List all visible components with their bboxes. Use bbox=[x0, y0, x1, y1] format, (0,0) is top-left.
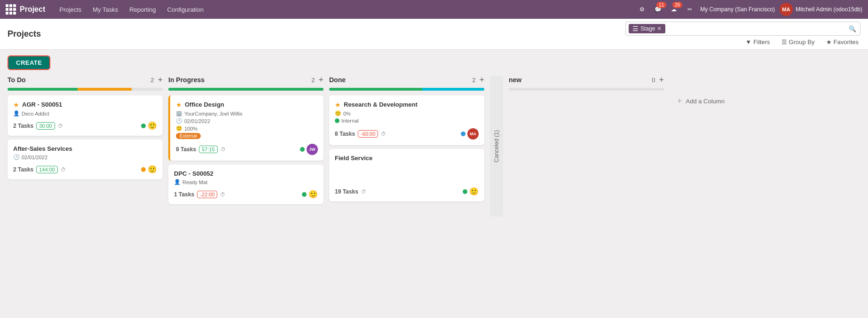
search-right: ☰ Stage ✕ 🔍 ▼ Filters ☰ Group By ★ Favor… bbox=[625, 22, 860, 47]
time-badge-dpc: -22:00 bbox=[197, 191, 217, 198]
user-info[interactable]: MA Mitchell Admin (odoo15db) bbox=[780, 3, 862, 16]
progress-todo bbox=[8, 88, 163, 91]
grid-icon[interactable] bbox=[6, 4, 16, 15]
search-button[interactable]: 🔍 bbox=[845, 23, 860, 34]
topnav-right: ⚙ 💬 11 ☁ 26 ✂ My Company (San Francisco)… bbox=[636, 3, 862, 16]
card-meta-pct-research: 🙂 0% bbox=[335, 110, 479, 116]
create-button[interactable]: CREATE bbox=[8, 56, 49, 69]
card-title-research: Research & Development bbox=[344, 101, 479, 108]
card-dpc[interactable]: DPC - S00052 👤 Ready Mat 1 Tasks -22:00 … bbox=[168, 164, 324, 204]
col-add-inprogress[interactable]: + bbox=[318, 76, 324, 84]
search-area: Projects ☰ Stage ✕ 🔍 ▼ Filters ☰ Group B… bbox=[0, 19, 868, 50]
card-footer-od: 9 Tasks 57:15 ⏱ JW bbox=[176, 144, 318, 155]
card-footer-fieldservice: 19 Tasks ⏱ 🙂 bbox=[335, 187, 479, 196]
card-meta-person-dpc: 👤 Ready Mat bbox=[174, 179, 318, 185]
tasks-agr: 2 Tasks bbox=[13, 123, 33, 129]
create-button-wrapper: CREATE bbox=[8, 55, 50, 70]
card-fieldservice[interactable]: Field Service 19 Tasks ⏱ 🙂 bbox=[329, 149, 484, 202]
status-dot-dpc bbox=[302, 192, 307, 197]
star-agr[interactable]: ★ bbox=[13, 101, 19, 109]
col-add-todo[interactable]: + bbox=[158, 76, 163, 84]
user-avatar: MA bbox=[780, 3, 793, 16]
col-count-todo: 2 bbox=[150, 77, 154, 84]
card-aftersales[interactable]: After-Sales Services 🕐 02/01/2022 2 Task… bbox=[8, 140, 163, 179]
card-footer-research: 8 Tasks -60:00 ⏱ MA bbox=[335, 128, 479, 140]
progress-seg-ip bbox=[168, 88, 324, 91]
card-meta-date-od: 🕐 02/01/2022 bbox=[176, 118, 318, 124]
nav-projects[interactable]: Projects bbox=[55, 3, 86, 16]
nav-reporting[interactable]: Reporting bbox=[125, 3, 160, 16]
tasks-dpc: 1 Tasks bbox=[174, 191, 194, 198]
tasks-od: 9 Tasks bbox=[176, 146, 196, 153]
status-dot-aftersales bbox=[141, 167, 146, 172]
favorites-button[interactable]: ★ Favorites bbox=[824, 38, 860, 47]
app-name: Project bbox=[20, 5, 45, 14]
card-meta-pct-od: 🙂 100% bbox=[176, 125, 318, 132]
smiley-fieldservice[interactable]: 🙂 bbox=[469, 187, 479, 196]
col-count-new: 0 bbox=[652, 77, 655, 84]
col-title-todo: To Do bbox=[8, 76, 26, 84]
groupby-button[interactable]: ☰ Group By bbox=[780, 38, 817, 47]
tasks-research: 8 Tasks bbox=[335, 131, 355, 137]
status-dot-od bbox=[300, 147, 305, 152]
col-count-inprogress: 2 bbox=[311, 77, 315, 84]
card-agr[interactable]: ★ AGR - S00051 👤 Deco Addict 2 Tasks 30:… bbox=[8, 95, 163, 136]
card-officedesign[interactable]: ★ Office Design 🏢 YourCompany, Joel Will… bbox=[168, 95, 324, 161]
favorites-label: Favorites bbox=[834, 39, 859, 46]
add-column-label: Add a Column bbox=[686, 98, 725, 105]
clock-icon-fieldservice: ⏱ bbox=[361, 189, 366, 194]
company-name: My Company (San Francisco) bbox=[700, 6, 775, 13]
add-column-button[interactable]: + Add a Column bbox=[670, 93, 732, 110]
tasks-fieldservice: 19 Tasks bbox=[335, 188, 358, 195]
smiley-aftersales[interactable]: 🙂 bbox=[148, 165, 157, 174]
activity-icon[interactable]: ☁ 26 bbox=[668, 4, 679, 15]
filters-button[interactable]: ▼ Filters bbox=[743, 38, 772, 47]
time-badge-aftersales: 144:00 bbox=[36, 166, 58, 173]
card-title-agr: AGR - S00051 bbox=[22, 101, 157, 108]
progress-seg-done2 bbox=[422, 88, 484, 91]
card-research[interactable]: ★ Research & Development 🙂 0% Internal 8… bbox=[329, 95, 484, 145]
card-title-fieldservice: Field Service bbox=[335, 155, 479, 162]
card-meta-person-agr: 👤 Deco Addict bbox=[13, 110, 157, 116]
time-badge-agr: 30:00 bbox=[36, 122, 55, 130]
chat-icon[interactable]: 💬 11 bbox=[652, 4, 663, 15]
col-add-done[interactable]: + bbox=[479, 76, 484, 84]
clock-icon-dpc: ⏱ bbox=[220, 192, 225, 197]
user-name: Mitchell Admin (odoo15db) bbox=[796, 6, 862, 13]
col-title-inprogress: In Progress bbox=[168, 76, 205, 84]
column-new: new 0 + bbox=[509, 76, 664, 95]
groupby-icon: ☰ bbox=[781, 39, 787, 46]
progress-seg-2 bbox=[78, 88, 132, 91]
status-dot-research bbox=[461, 132, 466, 136]
card-title-aftersales: After-Sales Services bbox=[13, 145, 157, 152]
smiley-dpc[interactable]: 🙂 bbox=[308, 190, 318, 199]
app-brand[interactable]: Project bbox=[6, 4, 45, 15]
time-badge-research: -60:00 bbox=[358, 130, 378, 138]
star-officedesign[interactable]: ★ bbox=[176, 101, 182, 109]
col-title-done: Done bbox=[329, 76, 346, 84]
nav-mytasks[interactable]: My Tasks bbox=[88, 3, 123, 16]
star-research[interactable]: ★ bbox=[335, 101, 341, 109]
stage-tag-label: Stage bbox=[640, 25, 655, 32]
tag-external: External bbox=[176, 133, 201, 139]
col-add-new[interactable]: + bbox=[659, 76, 664, 84]
column-canceled[interactable]: Canceled (1) bbox=[490, 76, 503, 217]
clock-icon-research: ⏱ bbox=[381, 131, 386, 137]
filter-icon: ▼ bbox=[745, 39, 751, 46]
status-dot-agr bbox=[141, 124, 146, 128]
smiley-agr[interactable]: 🙂 bbox=[148, 121, 157, 130]
progress-seg-1 bbox=[8, 88, 78, 91]
clock-icon-aftersales: ⏱ bbox=[61, 167, 66, 172]
star-icon: ★ bbox=[826, 39, 832, 46]
tools-icon[interactable]: ✂ bbox=[684, 4, 695, 15]
card-title-officedesign: Office Design bbox=[185, 101, 318, 108]
search-input[interactable] bbox=[666, 23, 843, 34]
avatar-research: MA bbox=[467, 128, 479, 140]
debug-icon[interactable]: ⚙ bbox=[636, 4, 647, 15]
column-todo: To Do 2 + ★ AGR - S00051 👤 Deco bbox=[8, 76, 163, 183]
col-title-new: new bbox=[509, 76, 521, 84]
stage-tag[interactable]: ☰ Stage ✕ bbox=[629, 24, 665, 33]
nav-configuration[interactable]: Configuration bbox=[163, 3, 208, 16]
card-title-dpc: DPC - S00052 bbox=[174, 170, 318, 177]
stage-tag-close[interactable]: ✕ bbox=[657, 25, 662, 32]
